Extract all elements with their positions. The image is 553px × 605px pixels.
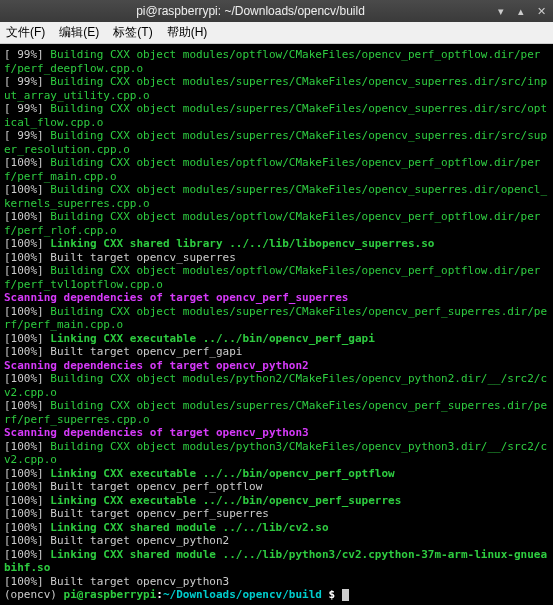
build-line: [100%] Built target opencv_perf_gapi [4,345,549,359]
menu-edit[interactable]: 编辑(E) [59,24,99,41]
menubar: 文件(F) 编辑(E) 标签(T) 帮助(H) [0,22,553,44]
build-line: [100%] Linking CXX shared module ../../l… [4,521,549,535]
build-line: [100%] Building CXX object modules/optfl… [4,156,549,183]
menu-help[interactable]: 帮助(H) [167,24,208,41]
build-line: Scanning dependencies of target opencv_p… [4,291,549,305]
build-line: [100%] Linking CXX executable ../../bin/… [4,467,549,481]
build-line: [ 99%] Building CXX object modules/optfl… [4,48,549,75]
build-line: [100%] Linking CXX shared module ../../l… [4,548,549,575]
build-line: Scanning dependencies of target opencv_p… [4,426,549,440]
build-line: [100%] Linking CXX executable ../../bin/… [4,332,549,346]
build-line: [100%] Built target opencv_python3 [4,575,549,589]
build-line: [100%] Linking CXX shared library ../../… [4,237,549,251]
build-line: [100%] Building CXX object modules/pytho… [4,372,549,399]
titlebar: pi@raspberrypi: ~/Downloads/opencv/build… [0,0,553,22]
maximize-button[interactable]: ▴ [515,5,527,17]
build-line: Scanning dependencies of target opencv_p… [4,359,549,373]
menu-file[interactable]: 文件(F) [6,24,45,41]
close-button[interactable]: ✕ [535,5,547,17]
build-line: [100%] Built target opencv_python2 [4,534,549,548]
menu-tabs[interactable]: 标签(T) [113,24,152,41]
build-line: [100%] Built target opencv_perf_optflow [4,480,549,494]
prompt-line: (opencv) pi@raspberrypi:~/Downloads/open… [4,588,549,602]
build-line: [100%] Built target opencv_perf_superres [4,507,549,521]
build-line: [ 99%] Building CXX object modules/super… [4,102,549,129]
build-line: [100%] Building CXX object modules/super… [4,305,549,332]
build-line: [100%] Linking CXX executable ../../bin/… [4,494,549,508]
build-line: [100%] Built target opencv_superres [4,251,549,265]
build-line: [ 99%] Building CXX object modules/super… [4,129,549,156]
window-controls: ▾ ▴ ✕ [495,5,547,17]
build-line: [100%] Building CXX object modules/optfl… [4,210,549,237]
build-line: [100%] Building CXX object modules/optfl… [4,264,549,291]
minimize-button[interactable]: ▾ [495,5,507,17]
terminal-output[interactable]: [ 99%] Building CXX object modules/optfl… [0,44,553,605]
window-title: pi@raspberrypi: ~/Downloads/opencv/build [6,4,495,18]
build-line: [ 99%] Building CXX object modules/super… [4,75,549,102]
build-line: [100%] Building CXX object modules/super… [4,183,549,210]
build-line: [100%] Building CXX object modules/pytho… [4,440,549,467]
cursor [342,589,349,601]
build-line: [100%] Building CXX object modules/super… [4,399,549,426]
